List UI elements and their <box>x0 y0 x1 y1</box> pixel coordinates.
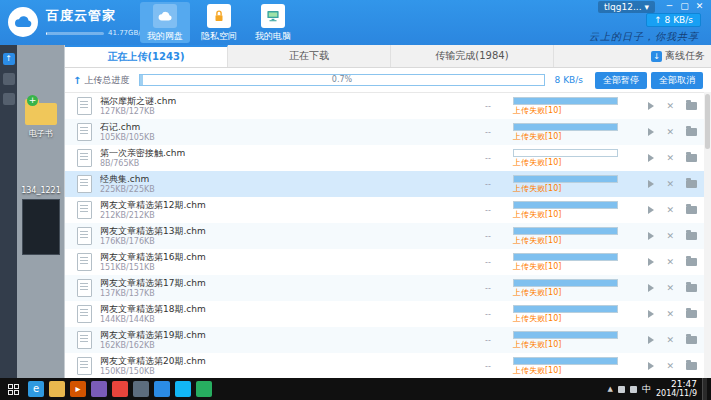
file-row[interactable]: 网友文章精选第20期.chm 150KB/150KB -- 上传失败[10] ✕ <box>65 353 711 379</box>
open-folder-button[interactable] <box>686 362 697 370</box>
tab-my-drive[interactable]: 我的网盘 <box>140 2 190 43</box>
open-folder-button[interactable] <box>686 102 697 110</box>
file-progress: 上传失败[10] <box>513 253 633 272</box>
file-name: 网友文章精选第19期.chm <box>100 330 463 341</box>
file-row[interactable]: 网友文章精选第18期.chm 144KB/144KB -- 上传失败[10] ✕ <box>65 301 711 327</box>
resume-button[interactable] <box>648 232 654 240</box>
file-actions: ✕ <box>633 362 711 371</box>
file-row[interactable]: 经典集.chm 225KB/225KB -- 上传失败[10] ✕ <box>65 171 711 197</box>
start-button[interactable] <box>0 378 26 400</box>
cancel-button[interactable]: ✕ <box>666 362 674 371</box>
tab-uploading[interactable]: 正在上传(1243) <box>65 45 228 67</box>
show-desktop-button[interactable] <box>702 378 707 400</box>
scrollbar-thumb[interactable] <box>705 94 710 149</box>
file-row[interactable]: 网友文章精选第19期.chm 162KB/162KB -- 上传失败[10] ✕ <box>65 327 711 353</box>
resume-button[interactable] <box>648 154 654 162</box>
category-icon[interactable] <box>3 93 15 105</box>
open-folder-button[interactable] <box>686 310 697 318</box>
tray-expand-icon[interactable]: ▲ <box>608 385 613 393</box>
open-folder-button[interactable] <box>686 128 697 136</box>
cancel-button[interactable]: ✕ <box>666 284 674 293</box>
open-folder-button[interactable] <box>686 258 697 266</box>
file-size: 162KB/162KB <box>100 341 463 351</box>
resume-button[interactable] <box>648 128 654 136</box>
photo-viewer-icon[interactable] <box>91 381 107 397</box>
tab-my-computer[interactable]: 我的电脑 <box>248 2 298 43</box>
upload-arrow-icon: ↑ <box>73 75 81 86</box>
upload-shortcut-icon[interactable]: ↑ <box>3 53 15 65</box>
file-icon <box>77 123 92 141</box>
file-progress: 上传失败[10] <box>513 227 633 246</box>
cancel-button[interactable]: ✕ <box>666 128 674 137</box>
tab-privacy-space[interactable]: 隐私空间 <box>194 2 244 43</box>
cancel-button[interactable]: ✕ <box>666 258 674 267</box>
resume-button[interactable] <box>648 258 654 266</box>
cancel-button[interactable]: ✕ <box>666 310 674 319</box>
ie-browser-icon[interactable]: e <box>28 381 44 397</box>
open-folder-button[interactable] <box>686 232 697 240</box>
security-icon[interactable] <box>196 381 212 397</box>
tab-downloading[interactable]: 正在下载 <box>228 45 391 67</box>
file-actions: ✕ <box>633 284 711 293</box>
minimize-button[interactable]: ─ <box>662 1 677 11</box>
resume-button[interactable] <box>648 336 654 344</box>
cancel-button[interactable]: ✕ <box>666 336 674 345</box>
resume-button[interactable] <box>648 180 654 188</box>
open-folder-button[interactable] <box>686 180 697 188</box>
file-meta: 网友文章精选第18期.chm 144KB/144KB <box>100 304 463 325</box>
file-progress: 上传失败[10] <box>513 357 633 376</box>
file-row[interactable]: 石记.chm 105KB/105KB -- 上传失败[10] ✕ <box>65 119 711 145</box>
close-button[interactable]: ✕ <box>692 1 707 11</box>
user-menu[interactable]: tlqg12... ▾ <box>598 1 655 13</box>
total-progress-label: 上传总进度 <box>84 74 129 87</box>
chrome-icon[interactable] <box>112 381 128 397</box>
file-progress-bar <box>513 279 618 287</box>
notepad-icon[interactable] <box>133 381 149 397</box>
media-player-icon[interactable]: ▸ <box>70 381 86 397</box>
open-folder-button[interactable] <box>686 336 697 344</box>
file-row[interactable]: 网友文章精选第16期.chm 151KB/151KB -- 上传失败[10] ✕ <box>65 249 711 275</box>
cancel-all-button[interactable]: 全部取消 <box>651 72 703 89</box>
open-folder-button[interactable] <box>686 284 697 292</box>
cancel-button[interactable]: ✕ <box>666 102 674 111</box>
resume-button[interactable] <box>648 206 654 214</box>
cancel-button[interactable]: ✕ <box>666 232 674 241</box>
qq-icon[interactable] <box>175 381 191 397</box>
file-progress-fill <box>514 228 617 234</box>
open-folder-button[interactable] <box>686 206 697 214</box>
cancel-button[interactable]: ✕ <box>666 180 674 189</box>
open-folder-button[interactable] <box>686 154 697 162</box>
speed-widget[interactable]: ↑ 8 KB/s <box>646 13 701 27</box>
restore-button[interactable]: ▢ <box>677 1 692 11</box>
file-size: 225KB/225KB <box>100 185 463 195</box>
cancel-button[interactable]: ✕ <box>666 154 674 163</box>
folder-item[interactable]: + 电子书 <box>17 103 65 139</box>
baidu-cloud-logo-icon <box>8 7 38 37</box>
tab-label: 隐私空间 <box>194 30 244 43</box>
language-indicator[interactable]: 中 <box>642 383 651 396</box>
resume-button[interactable] <box>648 102 654 110</box>
file-row[interactable]: 第一次亲密接触.chm 8B/765KB -- 上传失败[10] ✕ <box>65 145 711 171</box>
taskbar-clock[interactable]: 21:47 2014/11/9 <box>656 380 697 398</box>
share-icon[interactable] <box>3 73 15 85</box>
tab-offline-tasks[interactable]: ↓ 离线任务 <box>651 45 705 67</box>
resume-button[interactable] <box>648 310 654 318</box>
file-row[interactable]: 网友文章精选第12期.chm 212KB/212KB -- 上传失败[10] ✕ <box>65 197 711 223</box>
file-name: 网友文章精选第20期.chm <box>100 356 463 367</box>
file-meta: 网友文章精选第16期.chm 151KB/151KB <box>100 252 463 273</box>
image-item[interactable]: 134_1221 <box>17 183 65 255</box>
resume-button[interactable] <box>648 284 654 292</box>
pause-all-button[interactable]: 全部暂停 <box>595 72 647 89</box>
network-icon[interactable] <box>618 386 625 393</box>
file-row[interactable]: 网友文章精选第17期.chm 137KB/137KB -- 上传失败[10] ✕ <box>65 275 711 301</box>
resume-button[interactable] <box>648 362 654 370</box>
cancel-button[interactable]: ✕ <box>666 206 674 215</box>
file-row[interactable]: 网友文章精选第13期.chm 176KB/176KB -- 上传失败[10] ✕ <box>65 223 711 249</box>
file-explorer-icon[interactable] <box>49 381 65 397</box>
baidu-cloud-icon[interactable] <box>154 381 170 397</box>
file-progress-fill <box>514 358 617 364</box>
volume-icon[interactable] <box>630 386 637 393</box>
file-meta: 网友文章精选第13期.chm 176KB/176KB <box>100 226 463 247</box>
tab-completed[interactable]: 传输完成(1984) <box>391 45 554 67</box>
file-row[interactable]: 福尔摩斯之谜.chm 127KB/127KB -- 上传失败[10] ✕ <box>65 93 711 119</box>
